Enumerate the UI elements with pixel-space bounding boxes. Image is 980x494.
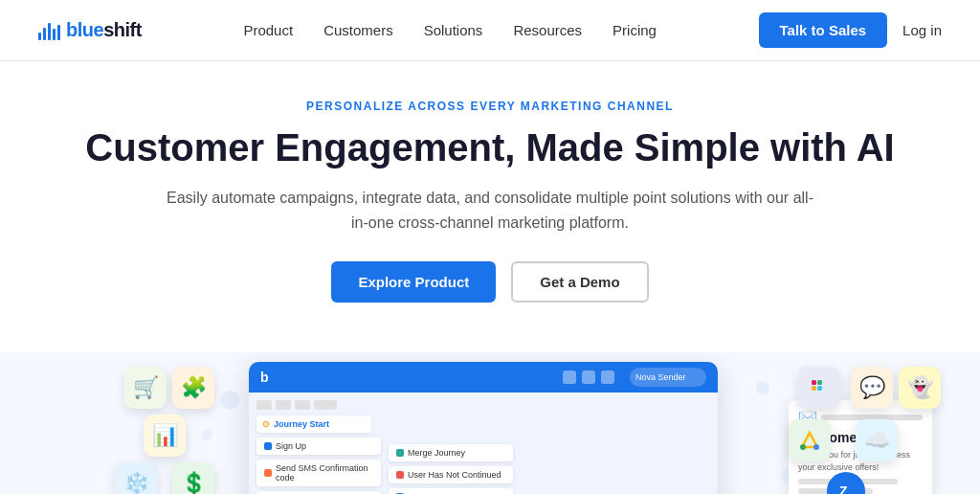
toolbar-btn-4 — [314, 400, 337, 410]
float-icons-right: 💬 ☁️ 👻 Z — [789, 362, 942, 494]
messenger-icon: 💬 — [851, 367, 893, 409]
nav-product[interactable]: Product — [243, 22, 293, 38]
flow-col-2: Merge Journey User Has Not Continued Cre… — [389, 444, 513, 494]
navbar: blueshift Product Customers Solutions Re… — [0, 0, 980, 61]
dash-toolbar — [256, 400, 710, 410]
node-send-sms-label: Send SMS Confirmation code — [276, 463, 373, 483]
dash-ctrl-1 — [563, 370, 576, 384]
toolbar-btn-1 — [256, 400, 272, 410]
puzzle-icon: 🧩 — [172, 367, 214, 409]
svg-rect-1 — [812, 386, 816, 391]
nav-actions: Talk to Sales Log in — [759, 12, 942, 48]
dash-body: ⊙ Journey Start Sign Up Send SMS Confirm… — [249, 393, 718, 494]
toolbar-btn-3 — [295, 400, 310, 410]
journey-start-icon: ⊙ — [262, 419, 270, 429]
dash-ctrl-2 — [582, 370, 595, 384]
node-dot — [264, 469, 272, 477]
dashboard-window: b Nova Sender ⊙ — [249, 362, 718, 494]
svg-point-6 — [800, 444, 806, 450]
logo-icon — [38, 21, 60, 40]
node-journey-start: ⊙ Journey Start — [256, 415, 371, 433]
hero-title: Customer Engagement, Made Simple with AI — [38, 124, 942, 170]
nav-resources[interactable]: Resources — [513, 22, 582, 38]
hero-tag: PERSONALIZE ACROSS EVERY MARKETING CHANN… — [38, 100, 942, 113]
node-dot — [396, 449, 404, 457]
node-signup-label: Sign Up — [276, 441, 306, 451]
dash-header: b Nova Sender — [249, 362, 718, 393]
hero-section: PERSONALIZE ACROSS EVERY MARKETING CHANN… — [0, 61, 980, 352]
explore-product-button[interactable]: Explore Product — [331, 261, 496, 303]
talk-to-sales-button[interactable]: Talk to Sales — [759, 12, 888, 48]
flow-columns: ⊙ Journey Start Sign Up Send SMS Confirm… — [256, 415, 710, 494]
dash-logo: b — [260, 370, 269, 385]
svg-point-5 — [813, 444, 819, 450]
nav-links: Product Customers Solutions Resources Pr… — [243, 22, 657, 38]
nav-customers[interactable]: Customers — [323, 22, 393, 38]
hero-subtitle: Easily automate campaigns, integrate dat… — [165, 186, 815, 235]
node-merge: Merge Journey — [389, 444, 513, 461]
get-demo-button[interactable]: Get a Demo — [511, 261, 648, 303]
svg-rect-2 — [817, 380, 822, 385]
slack-icon — [798, 367, 840, 409]
salesforce-icon: ☁️ — [856, 419, 898, 461]
logo-text: blueshift — [66, 19, 142, 41]
node-dot — [264, 442, 272, 450]
dash-user: Nova Sender — [630, 368, 706, 387]
toolbar-btn-2 — [276, 400, 291, 410]
node-journey-start-label: Journey Start — [274, 419, 329, 429]
zendesk-icon: Z — [827, 472, 865, 494]
snapchat-icon: 👻 — [899, 367, 941, 409]
node-create: Create — [389, 488, 513, 494]
google-ads-icon — [789, 419, 831, 461]
nav-pricing[interactable]: Pricing — [612, 22, 657, 38]
dash-ctrl-3 — [601, 370, 614, 384]
svg-text:Z: Z — [839, 483, 848, 494]
float-icons-left: 🛒 🧩 📊 ❄️ 💲 🤖 — [77, 362, 249, 494]
node-dot — [396, 471, 404, 479]
snowflake-icon: ❄️ — [115, 462, 157, 494]
logo[interactable]: blueshift — [38, 19, 142, 41]
node-not-continued-label: User Has Not Continued — [408, 470, 501, 480]
deco-circle-4 — [756, 381, 769, 394]
login-button[interactable]: Log in — [902, 22, 942, 38]
node-send-sms: Send SMS Confirmation code — [256, 460, 381, 486]
node-signup: Sign Up — [256, 438, 381, 455]
svg-rect-3 — [817, 386, 822, 391]
svg-rect-0 — [812, 380, 816, 385]
node-merge-label: Merge Journey — [408, 448, 465, 458]
dash-user-label: Nova Sender — [635, 372, 686, 382]
node-not-continued: User Has Not Continued — [389, 466, 513, 483]
chart-icon: 📊 — [144, 415, 186, 457]
shopify-icon: 🛒 — [124, 367, 167, 409]
nav-solutions[interactable]: Solutions — [424, 22, 483, 38]
dashboard-preview: 🛒 🧩 📊 ❄️ 💲 🤖 b Nova Sender — [0, 352, 980, 494]
hero-buttons: Explore Product Get a Demo — [38, 261, 942, 303]
flow-col-1: ⊙ Journey Start Sign Up Send SMS Confirm… — [256, 415, 381, 494]
dollar-icon: 💲 — [172, 462, 214, 494]
